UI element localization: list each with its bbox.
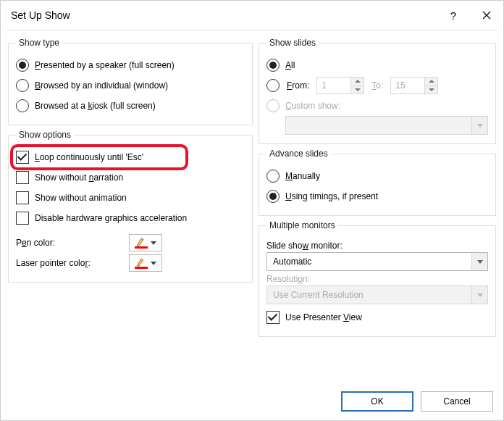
dialog-content: Show type Presented by a speaker (full s… <box>1 30 503 383</box>
manually-radio[interactable] <box>266 170 280 183</box>
custom-show-value <box>286 117 471 134</box>
laser-color-label: Laser pointer color: <box>16 258 122 268</box>
show-type-group: Show type Presented by a speaker (full s… <box>8 38 253 125</box>
from-input[interactable] <box>317 78 350 93</box>
disable-hw-checkbox[interactable] <box>16 212 29 225</box>
resolution-label: Resolution: <box>266 274 488 284</box>
resolution-value: Use Current Resolution <box>267 286 471 304</box>
from-spinner[interactable] <box>316 77 364 94</box>
show-slides-legend: Show slides <box>266 38 319 48</box>
from-radio[interactable] <box>266 79 280 92</box>
from-down[interactable] <box>351 86 364 94</box>
presented-radio[interactable] <box>16 59 29 72</box>
all-slides-label: All <box>285 60 295 70</box>
advance-slides-group: Advance slides Manually Using timings, i… <box>259 149 496 216</box>
loop-label: Loop continuously until 'Esc' <box>35 152 143 162</box>
cancel-button[interactable]: Cancel <box>421 391 493 412</box>
chevron-down-icon <box>151 241 156 245</box>
dialog-title: Set Up Show <box>11 9 437 21</box>
pen-color-picker[interactable] <box>129 234 162 251</box>
help-button[interactable]: ? <box>437 1 470 30</box>
browsed-individual-radio[interactable] <box>16 79 29 92</box>
to-input[interactable] <box>391 78 424 93</box>
no-narration-checkbox[interactable] <box>16 171 29 184</box>
monitor-value: Automatic <box>267 253 471 270</box>
advance-slides-legend: Advance slides <box>266 149 331 159</box>
show-options-legend: Show options <box>16 130 74 140</box>
chevron-down-icon <box>151 262 156 265</box>
titlebar: Set Up Show ? <box>1 1 503 30</box>
browsed-kiosk-radio[interactable] <box>16 99 29 112</box>
chevron-down-icon <box>471 286 487 304</box>
pen-color-label: Pen color: <box>16 238 122 248</box>
no-animation-label: Show without animation <box>35 193 127 203</box>
custom-show-radio <box>266 99 280 112</box>
to-spinner[interactable] <box>390 77 438 94</box>
laser-color-picker[interactable] <box>129 254 162 272</box>
to-label: To: <box>371 80 383 91</box>
all-slides-radio[interactable] <box>266 59 280 72</box>
laser-color-icon <box>135 257 148 269</box>
chevron-down-icon <box>471 253 487 270</box>
manually-label: Manually <box>285 171 320 181</box>
setup-show-dialog: Set Up Show ? Show type Presented by a s… <box>0 0 504 421</box>
show-type-legend: Show type <box>16 38 62 48</box>
close-button[interactable] <box>470 1 503 30</box>
to-down[interactable] <box>425 86 437 94</box>
loop-checkbox[interactable] <box>16 151 29 164</box>
presenter-view-checkbox[interactable] <box>266 311 280 324</box>
ok-button[interactable]: OK <box>341 391 413 412</box>
disable-hw-label: Disable hardware graphics acceleration <box>35 213 187 223</box>
from-up[interactable] <box>351 78 364 86</box>
resolution-select: Use Current Resolution <box>266 285 488 304</box>
show-options-group: Show options Loop continuously until 'Es… <box>8 130 253 283</box>
chevron-down-icon <box>471 117 487 134</box>
timings-label: Using timings, if present <box>285 191 378 201</box>
close-icon <box>482 11 491 20</box>
multiple-monitors-group: Multiple monitors Slide show monitor: Au… <box>259 220 496 337</box>
multiple-monitors-legend: Multiple monitors <box>266 220 338 230</box>
presenter-view-label: Use Presenter View <box>285 312 362 322</box>
show-slides-group: Show slides All From: To: <box>259 38 496 144</box>
custom-show-select <box>285 116 488 135</box>
no-animation-checkbox[interactable] <box>16 191 29 204</box>
no-narration-label: Show without narration <box>35 172 123 183</box>
monitor-select[interactable]: Automatic <box>266 252 488 271</box>
presented-label: Presented by a speaker (full screen) <box>35 60 175 70</box>
monitor-label: Slide show monitor: <box>266 241 488 251</box>
right-column: Show slides All From: To: <box>259 38 496 383</box>
timings-radio[interactable] <box>266 190 280 203</box>
browsed-individual-label: Browsed by an individual (window) <box>35 80 168 91</box>
browsed-kiosk-label: Browsed at a kiosk (full screen) <box>35 101 156 111</box>
to-up[interactable] <box>425 78 437 86</box>
from-label: From: <box>287 80 309 91</box>
left-column: Show type Presented by a speaker (full s… <box>8 38 253 383</box>
dialog-footer: OK Cancel <box>1 383 503 420</box>
custom-show-label: Custom show: <box>285 101 340 111</box>
pen-color-icon <box>135 237 148 249</box>
